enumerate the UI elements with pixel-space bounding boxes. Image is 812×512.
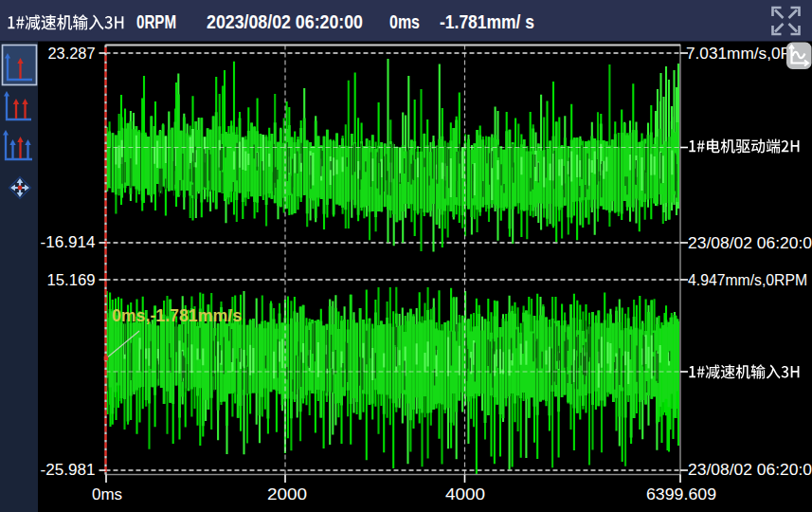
svg-text:2023/08/02 06:20:00: 2023/08/02 06:20:00 [207,10,363,32]
svg-text:-1.781mm/ s: -1.781mm/ s [440,10,534,32]
svg-text:23/08/02 06:20:0: 23/08/02 06:20:0 [688,462,812,478]
svg-text:0ms: 0ms [92,485,122,503]
svg-text:2000: 2000 [267,485,307,503]
svg-text:0ms: 0ms [389,10,420,32]
svg-text:7.031mm/s,0R: 7.031mm/s,0R [686,46,792,62]
svg-text:15.169: 15.169 [47,272,96,288]
svg-text:4000: 4000 [445,485,485,503]
svg-text:-25.981: -25.981 [41,462,96,478]
svg-text:23.287: 23.287 [48,46,96,62]
svg-text:6399.609: 6399.609 [646,485,716,503]
svg-text:-16.914: -16.914 [41,234,96,250]
svg-text:0ms,-1.781mm/s: 0ms,-1.781mm/s [112,306,242,325]
svg-text:23/08/02 06:20:0: 23/08/02 06:20:0 [688,235,812,251]
svg-text:0RPM: 0RPM [136,10,176,32]
svg-text:4.947mm/s,0RPM: 4.947mm/s,0RPM [688,272,807,288]
